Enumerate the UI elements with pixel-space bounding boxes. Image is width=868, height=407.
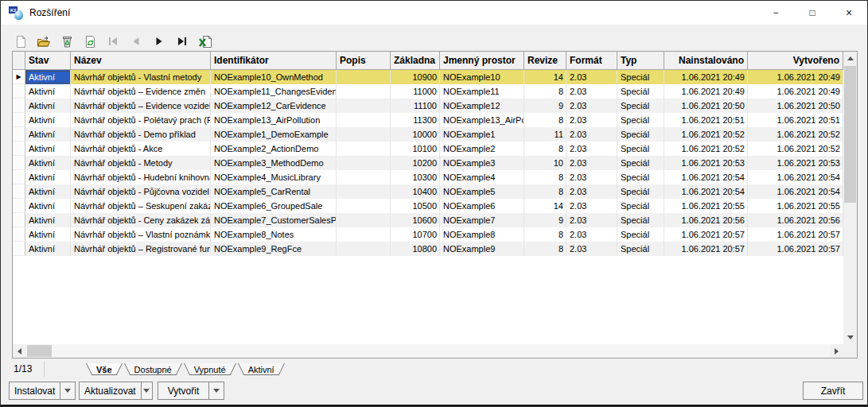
first-record-icon[interactable] bbox=[106, 34, 120, 48]
row-selector-cell[interactable] bbox=[13, 213, 25, 227]
close-button[interactable]: Zavřít bbox=[803, 382, 863, 400]
cell-nainstalovano[interactable]: 1.06.2021 20:57 bbox=[664, 242, 748, 256]
cell-zakladna[interactable]: 10100 bbox=[391, 141, 440, 156]
cell-nazev[interactable]: Návrhář objektů – Seskupení zakáze bbox=[71, 199, 211, 213]
table-row[interactable]: AktivníNávrhář objektů – Evidence změnNO… bbox=[13, 84, 843, 99]
table-row[interactable]: AktivníNávrhář objektů - MetodyNOExample… bbox=[13, 156, 843, 170]
cell-identifikator[interactable]: NOExample9_RegFce bbox=[211, 242, 337, 256]
row-selector-cell[interactable] bbox=[13, 113, 25, 127]
cell-format[interactable]: 2.03 bbox=[566, 99, 617, 113]
column-header-revize[interactable]: Revize bbox=[524, 52, 566, 70]
cell-stav[interactable]: Aktivní bbox=[25, 213, 71, 227]
cell-popis[interactable] bbox=[337, 156, 391, 170]
cell-format[interactable]: 2.03 bbox=[566, 170, 617, 184]
vertical-scrollbar-thumb[interactable] bbox=[844, 66, 856, 203]
cell-format[interactable]: 2.03 bbox=[566, 156, 617, 170]
row-selector-cell[interactable] bbox=[13, 141, 25, 156]
scroll-right-button[interactable] bbox=[830, 344, 843, 358]
table-row[interactable]: AktivníNávrhář objektů - Demo příkladNOE… bbox=[13, 127, 843, 141]
next-record-icon[interactable] bbox=[152, 34, 166, 48]
column-header-identifikator[interactable]: Identifikátor bbox=[211, 52, 337, 70]
cell-nazev[interactable]: Návrhář objektů - Ceny zakázek zák bbox=[71, 213, 211, 227]
scroll-up-button[interactable] bbox=[843, 52, 857, 65]
cell-popis[interactable] bbox=[337, 242, 391, 256]
update-dropdown-arrow[interactable] bbox=[141, 382, 152, 399]
row-selector-cell[interactable] bbox=[13, 84, 25, 99]
cell-typ[interactable]: Speciál bbox=[617, 113, 664, 127]
row-selector-cell[interactable]: ▶ bbox=[13, 70, 25, 84]
cell-typ[interactable]: Speciál bbox=[617, 170, 664, 184]
cell-jmenny_prostor[interactable]: NOExample8 bbox=[440, 227, 524, 242]
cell-stav[interactable]: Aktivní bbox=[25, 184, 71, 199]
cell-typ[interactable]: Speciál bbox=[617, 156, 664, 170]
cell-jmenny_prostor[interactable]: NOExample10 bbox=[440, 70, 524, 84]
table-row[interactable]: ▶AktivníNávrhář objektů - Vlastní metody… bbox=[13, 70, 843, 84]
cell-jmenny_prostor[interactable]: NOExample1 bbox=[440, 127, 524, 141]
cell-typ[interactable]: Speciál bbox=[617, 70, 664, 84]
cell-popis[interactable] bbox=[337, 113, 391, 127]
refresh-document-icon[interactable] bbox=[83, 34, 97, 48]
horizontal-scrollbar[interactable] bbox=[13, 344, 843, 358]
cell-popis[interactable] bbox=[337, 184, 391, 199]
cell-nazev[interactable]: Návrhář objektů - Hudební knihovna bbox=[71, 170, 211, 184]
cell-popis[interactable] bbox=[337, 141, 391, 156]
cell-nainstalovano[interactable]: 1.06.2021 20:53 bbox=[664, 156, 748, 170]
cell-format[interactable]: 2.03 bbox=[566, 213, 617, 227]
cell-format[interactable]: 2.03 bbox=[566, 227, 617, 242]
cell-nainstalovano[interactable]: 1.06.2021 20:50 bbox=[664, 99, 748, 113]
cell-vytvoreno[interactable]: 1.06.2021 20:52 bbox=[748, 127, 843, 141]
cell-stav[interactable]: Aktivní bbox=[25, 156, 71, 170]
tab-aktivni[interactable]: Aktivní bbox=[238, 363, 285, 375]
table-row[interactable]: AktivníNávrhář objektů - Polétavý prach … bbox=[13, 113, 843, 127]
maximize-button[interactable]: □ bbox=[794, 1, 831, 25]
cell-format[interactable]: 2.03 bbox=[566, 199, 617, 213]
cell-popis[interactable] bbox=[337, 99, 391, 113]
scroll-down-button[interactable] bbox=[843, 331, 857, 344]
horizontal-scrollbar-thumb[interactable] bbox=[27, 345, 52, 357]
vertical-scrollbar[interactable] bbox=[843, 52, 857, 344]
cell-nazev[interactable]: Návrhář objektů - Polétavý prach (P bbox=[71, 113, 211, 127]
cell-format[interactable]: 2.03 bbox=[566, 184, 617, 199]
cell-identifikator[interactable]: NOExample4_MusicLibrary bbox=[211, 170, 337, 184]
cell-identifikator[interactable]: NOExample5_CarRental bbox=[211, 184, 337, 199]
cell-identifikator[interactable]: NOExample8_Notes bbox=[211, 227, 337, 242]
previous-record-icon[interactable] bbox=[129, 34, 143, 48]
cell-nainstalovano[interactable]: 1.06.2021 20:57 bbox=[664, 227, 748, 242]
cell-nazev[interactable]: Návrhář objektů – Evidence změn bbox=[71, 84, 211, 99]
cell-nainstalovano[interactable]: 1.06.2021 20:51 bbox=[664, 113, 748, 127]
row-selector-cell[interactable] bbox=[13, 184, 25, 199]
scroll-left-button[interactable] bbox=[13, 344, 26, 358]
open-folder-icon[interactable] bbox=[37, 34, 51, 48]
cell-revize[interactable]: 8 bbox=[524, 141, 566, 156]
cell-vytvoreno[interactable]: 1.06.2021 20:49 bbox=[748, 70, 843, 84]
cell-popis[interactable] bbox=[337, 70, 391, 84]
cell-nazev[interactable]: Návrhář objektů - Demo příklad bbox=[71, 127, 211, 141]
cell-nazev[interactable]: Návrhář objektů - Metody bbox=[71, 156, 211, 170]
cell-zakladna[interactable]: 11100 bbox=[391, 99, 440, 113]
cell-jmenny_prostor[interactable]: NOExample13_AirPollu bbox=[440, 113, 524, 127]
cell-jmenny_prostor[interactable]: NOExample5 bbox=[440, 184, 524, 199]
cell-stav[interactable]: Aktivní bbox=[25, 170, 71, 184]
cell-nainstalovano[interactable]: 1.06.2021 20:49 bbox=[664, 70, 748, 84]
cell-revize[interactable]: 8 bbox=[524, 184, 566, 199]
cell-typ[interactable]: Speciál bbox=[617, 242, 664, 256]
tab-vse[interactable]: Vše bbox=[86, 363, 123, 375]
cell-typ[interactable]: Speciál bbox=[617, 227, 664, 242]
row-selector-cell[interactable] bbox=[13, 156, 25, 170]
cell-vytvoreno[interactable]: 1.06.2021 20:54 bbox=[748, 170, 843, 184]
cell-nainstalovano[interactable]: 1.06.2021 20:52 bbox=[664, 127, 748, 141]
cell-identifikator[interactable]: NOExample7_CustomerSalesPrice bbox=[211, 213, 337, 227]
cell-nazev[interactable]: Návrhář objektů - Vlastní metody bbox=[71, 70, 211, 84]
cell-typ[interactable]: Speciál bbox=[617, 213, 664, 227]
cell-revize[interactable]: 9 bbox=[524, 99, 566, 113]
cell-jmenny_prostor[interactable]: NOExample3 bbox=[440, 156, 524, 170]
cell-revize[interactable]: 8 bbox=[524, 84, 566, 99]
cell-format[interactable]: 2.03 bbox=[566, 84, 617, 99]
tab-dostupne[interactable]: Dostupné bbox=[124, 363, 182, 375]
cell-zakladna[interactable]: 11300 bbox=[391, 113, 440, 127]
cell-revize[interactable]: 14 bbox=[524, 199, 566, 213]
close-window-button[interactable]: × bbox=[831, 1, 867, 25]
cell-popis[interactable] bbox=[337, 199, 391, 213]
column-header-jmenny_prostor[interactable]: Jmenný prostor bbox=[440, 52, 524, 70]
column-header-nazev[interactable]: Název bbox=[71, 52, 211, 70]
